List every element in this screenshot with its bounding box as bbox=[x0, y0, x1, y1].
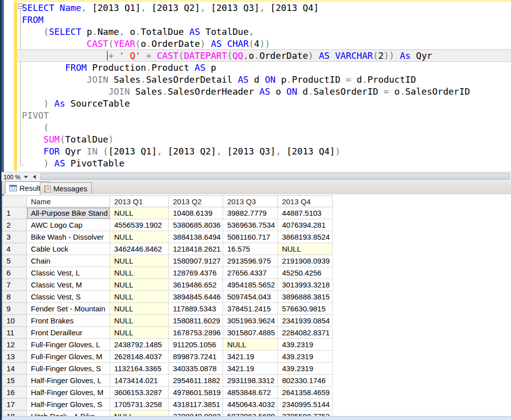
code-line[interactable]: FROM bbox=[22, 14, 511, 26]
grid-cell[interactable]: Full-Finger Gloves, S bbox=[27, 363, 110, 375]
grid-cell[interactable]: NULL bbox=[110, 315, 169, 327]
code-line[interactable]: SUM(TotalDue) bbox=[22, 134, 511, 145]
grid-cell[interactable]: NULL bbox=[223, 339, 278, 351]
grid-cell[interactable]: 10408.6139 bbox=[169, 207, 223, 219]
row-number-cell[interactable]: 15 bbox=[2, 375, 27, 387]
code-line[interactable]: ) As SourceTable bbox=[22, 98, 511, 110]
grid-cell[interactable]: 2341939.0854 bbox=[278, 315, 333, 327]
grid-cell[interactable]: NULL bbox=[110, 279, 169, 291]
column-header[interactable]: 2013 Q1 bbox=[110, 196, 169, 207]
row-number-cell[interactable]: 11 bbox=[2, 327, 27, 339]
grid-cell[interactable]: 439.2319 bbox=[278, 351, 333, 363]
grid-cell[interactable]: 5081160.717 bbox=[223, 231, 278, 243]
grid-cell[interactable]: Half-Finger Gloves, S bbox=[27, 399, 110, 411]
grid-cell[interactable]: Classic Vest, S bbox=[27, 291, 110, 303]
grid-cell[interactable]: 3884138.6494 bbox=[169, 231, 223, 243]
row-number-cell[interactable]: 14 bbox=[2, 363, 27, 375]
grid-cell[interactable]: 3421.19 bbox=[223, 351, 278, 363]
grid-cell[interactable]: 4954185.5652 bbox=[223, 279, 278, 291]
row-number-cell[interactable]: 13 bbox=[2, 351, 27, 363]
grid-cell[interactable]: Full-Finger Gloves, L bbox=[27, 339, 110, 351]
grid-cell[interactable]: Classic Vest, L bbox=[27, 267, 110, 279]
column-header[interactable]: Name bbox=[27, 196, 110, 207]
code-line[interactable]: ( bbox=[22, 122, 511, 134]
grid-cell[interactable]: 2284082.8371 bbox=[278, 327, 333, 339]
grid-cell[interactable]: 1132164.3365 bbox=[110, 363, 169, 375]
row-number-cell[interactable]: 5 bbox=[2, 255, 27, 267]
grid-cell[interactable]: 3894845.6446 bbox=[169, 291, 223, 303]
grid-cell[interactable]: 45250.4256 bbox=[278, 267, 333, 279]
zoom-level-select[interactable]: 100 % bbox=[2, 173, 29, 181]
tab-messages[interactable]: Messages bbox=[40, 182, 92, 194]
grid-cell[interactable]: 2931198.3312 bbox=[223, 375, 278, 387]
column-header[interactable]: 2013 Q4 bbox=[278, 196, 333, 207]
code-line[interactable]: FROM Production.Product AS p bbox=[22, 62, 511, 74]
code-line[interactable]: JOIN Sales.SalesOrderHeader AS o ON d.Sa… bbox=[22, 86, 511, 98]
grid-cell[interactable]: Front Brakes bbox=[27, 315, 110, 327]
grid-cell[interactable]: Fender Set - Mountain bbox=[27, 303, 110, 315]
row-number-cell[interactable]: 6 bbox=[2, 267, 27, 279]
grid-cell[interactable]: 3606153.3287 bbox=[110, 387, 169, 399]
grid-cell[interactable]: 378451.2415 bbox=[223, 303, 278, 315]
grid-cell[interactable]: 576630.9815 bbox=[278, 303, 333, 315]
grid-cell[interactable]: 2628148.4037 bbox=[110, 351, 169, 363]
grid-cell[interactable]: 4318117.3851 bbox=[169, 399, 223, 411]
grid-cell[interactable]: Full-Finger Gloves, M bbox=[27, 351, 110, 363]
code-line[interactable]: CAST(YEAR(o.OrderDate) AS CHAR(4)) bbox=[22, 38, 511, 50]
grid-cell[interactable]: NULL bbox=[110, 231, 169, 243]
grid-cell[interactable]: NULL bbox=[110, 303, 169, 315]
grid-cell[interactable]: 3462446.8462 bbox=[110, 243, 169, 255]
grid-cell[interactable]: 16.575 bbox=[223, 243, 278, 255]
grid-cell[interactable]: NULL bbox=[110, 207, 169, 219]
code-line[interactable]: + ' Q' + CAST(DATEPART(QQ,o.OrderDate) A… bbox=[22, 50, 511, 62]
grid-cell[interactable]: 2438792.1485 bbox=[110, 339, 169, 351]
row-number-cell[interactable]: 12 bbox=[2, 339, 27, 351]
grid-cell[interactable]: Chain bbox=[27, 255, 110, 267]
row-number-cell[interactable]: 17 bbox=[2, 399, 27, 411]
code-line[interactable]: (SELECT p.Name, o.TotalDue AS TotalDue, bbox=[22, 26, 511, 38]
row-number-cell[interactable]: 7 bbox=[2, 279, 27, 291]
grid-cell[interactable]: 5380685.8036 bbox=[169, 219, 223, 231]
column-header[interactable]: 2013 Q3 bbox=[223, 196, 278, 207]
column-header[interactable]: 2013 Q2 bbox=[169, 196, 223, 207]
grid-cell[interactable]: Front Derailleur bbox=[27, 327, 110, 339]
row-number-cell[interactable]: 3 bbox=[2, 231, 27, 243]
grid-cell[interactable]: Classic Vest, M bbox=[27, 279, 110, 291]
grid-cell[interactable]: NULL bbox=[110, 327, 169, 339]
grid-cell[interactable]: 1678753.2896 bbox=[169, 327, 223, 339]
row-number-cell[interactable]: 9 bbox=[2, 303, 27, 315]
code-line[interactable]: SELECT Name, [2013 Q1], [2013 Q2], [2013… bbox=[22, 2, 511, 14]
grid-cell[interactable]: 5369636.7534 bbox=[223, 219, 278, 231]
grid-cell[interactable]: Half-Finger Gloves, M bbox=[27, 387, 110, 399]
grid-hscrollbar-edge[interactable] bbox=[2, 416, 511, 420]
grid-cell[interactable]: 44887.5103 bbox=[278, 207, 333, 219]
grid-cell[interactable]: 899873.7241 bbox=[169, 351, 223, 363]
grid-cell[interactable]: All-Purpose Bike Stand bbox=[27, 207, 110, 219]
row-number-cell[interactable]: 2 bbox=[2, 219, 27, 231]
grid-cell[interactable]: 2641358.4659 bbox=[278, 387, 333, 399]
grid-cell[interactable]: 3896888.3815 bbox=[278, 291, 333, 303]
grid-cell[interactable]: NULL bbox=[110, 255, 169, 267]
grid-cell[interactable]: 1473414.021 bbox=[110, 375, 169, 387]
grid-cell[interactable]: NULL bbox=[278, 243, 333, 255]
row-number-cell[interactable]: 16 bbox=[2, 387, 27, 399]
code-line[interactable]: ) AS PivotTable bbox=[22, 157, 511, 169]
grid-cell[interactable]: 39882.7779 bbox=[223, 207, 278, 219]
code-line[interactable]: FOR Qyr IN ([2013 Q1], [2013 Q2], [2013 … bbox=[22, 145, 511, 157]
grid-cell[interactable]: 2340995.5144 bbox=[278, 399, 333, 411]
sql-editor[interactable]: SELECT Name, [2013 Q1], [2013 Q2], [2013… bbox=[4, 0, 511, 172]
grid-cell[interactable]: 340335.0878 bbox=[169, 363, 223, 375]
grid-cell[interactable]: 3013993.3218 bbox=[278, 279, 333, 291]
scroll-left-button[interactable] bbox=[31, 173, 38, 180]
grid-cell[interactable]: 3051963.9624 bbox=[223, 315, 278, 327]
grid-cell[interactable]: 1218418.2621 bbox=[169, 243, 223, 255]
grid-cell[interactable]: 439.2319 bbox=[278, 363, 333, 375]
grid-cell[interactable]: 3015807.4885 bbox=[223, 327, 278, 339]
grid-cell[interactable]: Cable Lock bbox=[27, 243, 110, 255]
row-number-cell[interactable]: 10 bbox=[2, 315, 27, 327]
grid-cell[interactable]: 3619486.652 bbox=[169, 279, 223, 291]
grid-corner-header[interactable] bbox=[2, 196, 27, 207]
code-line[interactable]: PIVOT bbox=[22, 110, 511, 122]
grid-cell[interactable]: 5097454.043 bbox=[223, 291, 278, 303]
grid-cell[interactable]: 2913596.975 bbox=[223, 255, 278, 267]
